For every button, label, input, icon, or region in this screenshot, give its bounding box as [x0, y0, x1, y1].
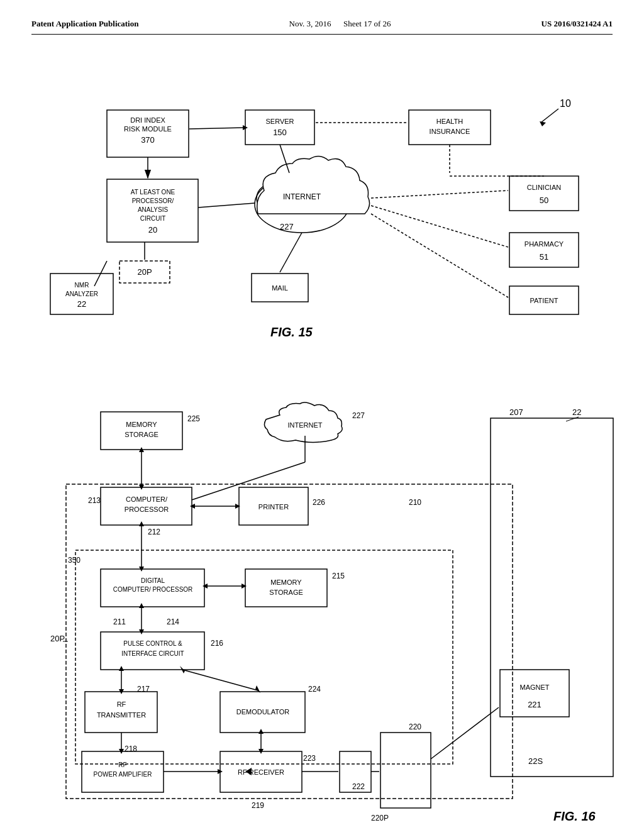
fig16-diagram: 20P 22 207 22S MEMORY STORAGE 225 INTERN… [31, 399, 635, 830]
svg-text:221: 221 [528, 700, 541, 709]
svg-text:227: 227 [352, 411, 365, 420]
svg-text:PHARMACY: PHARMACY [525, 240, 564, 248]
svg-text:227: 227 [280, 222, 294, 231]
svg-marker-150 [258, 729, 264, 734]
svg-marker-127 [235, 504, 240, 509]
svg-text:22: 22 [77, 299, 86, 309]
svg-line-1 [541, 109, 558, 123]
svg-text:DEMODULATOR: DEMODULATOR [236, 708, 290, 716]
svg-text:PULSE CONTROL &: PULSE CONTROL & [123, 640, 182, 647]
svg-text:SERVER: SERVER [265, 118, 294, 125]
svg-text:210: 210 [409, 498, 421, 507]
svg-line-154 [431, 707, 499, 759]
svg-text:FIG. 16: FIG. 16 [553, 809, 596, 823]
svg-text:211: 211 [113, 617, 126, 626]
svg-line-58 [189, 128, 244, 129]
svg-text:FIG. 15: FIG. 15 [270, 325, 313, 339]
svg-marker-2 [540, 121, 546, 126]
svg-text:NMR: NMR [75, 282, 89, 289]
svg-text:INTERNET: INTERNET [288, 421, 323, 429]
svg-text:225: 225 [187, 414, 200, 423]
header-right: US 2016/0321424 A1 [541, 19, 613, 29]
svg-text:213: 213 [88, 496, 101, 505]
sheet-number: Sheet 17 of 26 [343, 19, 391, 28]
svg-text:217: 217 [137, 685, 150, 694]
svg-text:PROCESSOR/: PROCESSOR/ [132, 197, 174, 204]
page: Patent Application Publication Nov. 3, 2… [0, 0, 644, 830]
svg-text:RISK MODULE: RISK MODULE [124, 125, 172, 133]
svg-text:50: 50 [540, 196, 548, 205]
svg-text:MAGNET: MAGNET [519, 683, 549, 691]
svg-text:AT LEAST ONE: AT LEAST ONE [131, 189, 175, 196]
fig15-diagram: 10 DRI INDEX RISK MODULE 370 SERVER 150 … [31, 47, 635, 412]
svg-text:150: 150 [273, 128, 287, 137]
svg-text:219: 219 [252, 801, 264, 810]
svg-text:INTERFACE CIRCUIT: INTERFACE CIRCUIT [121, 650, 184, 657]
header-left: Patent Application Publication [31, 19, 138, 29]
svg-text:218: 218 [125, 744, 137, 753]
svg-text:20: 20 [148, 225, 157, 235]
svg-line-130 [192, 462, 305, 500]
publication-label: Patent Application Publication [31, 19, 138, 28]
svg-marker-135 [242, 584, 247, 589]
svg-text:RF: RF [117, 700, 126, 708]
svg-text:PRINTER: PRINTER [258, 503, 289, 511]
svg-text:51: 51 [540, 252, 548, 262]
svg-text:POWER AMPLIFIER: POWER AMPLIFIER [94, 771, 152, 778]
svg-text:20P: 20P [137, 267, 152, 277]
svg-text:COMPUTER/ PROCESSOR: COMPUTER/ PROCESSOR [113, 586, 193, 593]
svg-marker-136 [203, 584, 208, 589]
svg-rect-65 [491, 418, 613, 777]
svg-rect-119 [380, 733, 431, 808]
svg-text:COMPUTER/: COMPUTER/ [126, 495, 168, 503]
svg-text:220: 220 [409, 722, 421, 731]
svg-text:PATIENT: PATIENT [530, 297, 558, 304]
svg-text:226: 226 [313, 498, 325, 507]
svg-marker-142 [119, 666, 124, 671]
svg-rect-107 [500, 670, 569, 717]
svg-text:PROCESSOR: PROCESSOR [125, 506, 169, 513]
patent-number: US 2016/0321424 A1 [541, 19, 613, 28]
svg-text:224: 224 [308, 685, 321, 694]
header-center: Nov. 3, 2016 Sheet 17 of 26 [289, 19, 391, 29]
svg-text:350: 350 [68, 556, 80, 565]
svg-text:215: 215 [332, 572, 345, 580]
svg-text:222: 222 [352, 782, 365, 791]
svg-rect-86 [75, 550, 453, 764]
publication-date: Nov. 3, 2016 [289, 19, 331, 28]
svg-text:RF RECEIVER: RF RECEIVER [238, 768, 284, 776]
svg-text:207: 207 [509, 407, 523, 417]
svg-text:20P: 20P [50, 634, 65, 643]
svg-text:STORAGE: STORAGE [125, 431, 158, 438]
svg-marker-128 [190, 504, 195, 509]
svg-text:HEALTH: HEALTH [436, 118, 464, 125]
svg-text:TRANSMITTER: TRANSMITTER [97, 711, 146, 719]
svg-text:370: 370 [141, 135, 155, 145]
svg-text:212: 212 [148, 528, 160, 536]
svg-text:ANALYZER: ANALYZER [65, 290, 98, 297]
svg-text:RF: RF [118, 761, 126, 768]
svg-text:CIRCUIT: CIRCUIT [140, 215, 166, 222]
svg-text:223: 223 [303, 754, 316, 763]
svg-text:MEMORY: MEMORY [270, 578, 302, 586]
svg-text:STORAGE: STORAGE [269, 589, 303, 596]
svg-text:DIGITAL: DIGITAL [141, 577, 165, 584]
svg-line-143 [182, 670, 258, 690]
svg-text:ANALYSIS: ANALYSIS [138, 206, 168, 213]
svg-marker-139 [139, 603, 144, 608]
svg-text:22S: 22S [528, 756, 543, 766]
svg-line-67 [566, 417, 579, 421]
svg-line-48 [198, 203, 255, 208]
header: Patent Application Publication Nov. 3, 2… [31, 19, 613, 35]
svg-rect-32 [509, 233, 579, 267]
svg-text:CLINICIAN: CLINICIAN [527, 184, 561, 191]
svg-rect-29 [509, 176, 579, 211]
svg-marker-133 [139, 521, 144, 526]
svg-rect-92 [245, 569, 327, 607]
svg-text:214: 214 [167, 617, 179, 626]
svg-text:MAIL: MAIL [272, 284, 288, 292]
svg-text:22: 22 [572, 407, 581, 417]
svg-line-49 [371, 191, 508, 198]
svg-text:216: 216 [211, 639, 223, 648]
svg-text:INSURANCE: INSURANCE [430, 128, 470, 135]
